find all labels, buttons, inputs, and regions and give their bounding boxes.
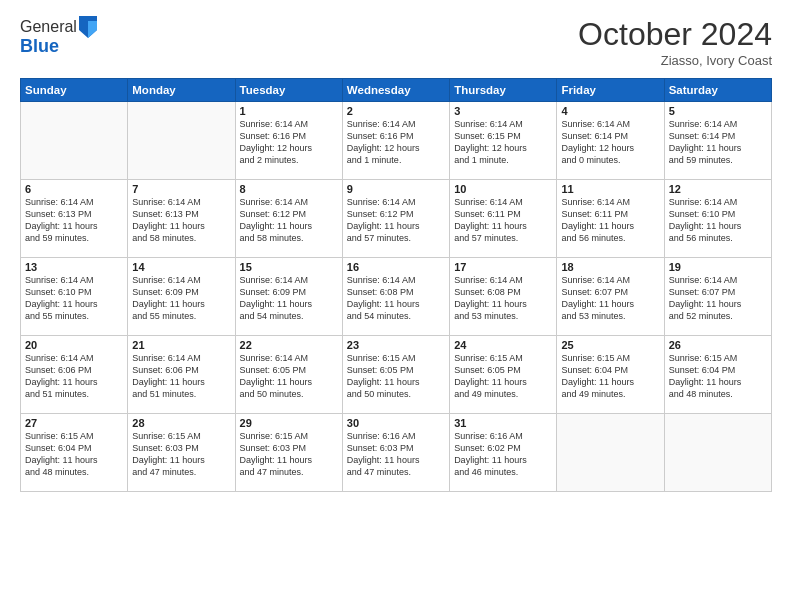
svg-marker-1 xyxy=(88,21,97,38)
day-of-week-header: Saturday xyxy=(664,79,771,102)
calendar-cell: 30Sunrise: 6:16 AM Sunset: 6:03 PM Dayli… xyxy=(342,414,449,492)
day-info: Sunrise: 6:14 AM Sunset: 6:09 PM Dayligh… xyxy=(132,274,230,323)
day-info: Sunrise: 6:14 AM Sunset: 6:11 PM Dayligh… xyxy=(561,196,659,245)
day-of-week-header: Monday xyxy=(128,79,235,102)
day-info: Sunrise: 6:15 AM Sunset: 6:04 PM Dayligh… xyxy=(561,352,659,401)
day-info: Sunrise: 6:14 AM Sunset: 6:14 PM Dayligh… xyxy=(561,118,659,167)
day-number: 17 xyxy=(454,261,552,273)
calendar-week-row: 1Sunrise: 6:14 AM Sunset: 6:16 PM Daylig… xyxy=(21,102,772,180)
day-info: Sunrise: 6:14 AM Sunset: 6:13 PM Dayligh… xyxy=(25,196,123,245)
day-info: Sunrise: 6:15 AM Sunset: 6:05 PM Dayligh… xyxy=(454,352,552,401)
calendar-cell: 11Sunrise: 6:14 AM Sunset: 6:11 PM Dayli… xyxy=(557,180,664,258)
day-number: 18 xyxy=(561,261,659,273)
calendar-cell: 10Sunrise: 6:14 AM Sunset: 6:11 PM Dayli… xyxy=(450,180,557,258)
day-info: Sunrise: 6:14 AM Sunset: 6:16 PM Dayligh… xyxy=(240,118,338,167)
logo-general-text: General xyxy=(20,18,77,36)
day-number: 10 xyxy=(454,183,552,195)
day-info: Sunrise: 6:14 AM Sunset: 6:12 PM Dayligh… xyxy=(347,196,445,245)
day-info: Sunrise: 6:14 AM Sunset: 6:14 PM Dayligh… xyxy=(669,118,767,167)
day-number: 1 xyxy=(240,105,338,117)
title-area: October 2024 Ziasso, Ivory Coast xyxy=(578,16,772,68)
month-title: October 2024 xyxy=(578,16,772,53)
day-of-week-header: Friday xyxy=(557,79,664,102)
day-number: 27 xyxy=(25,417,123,429)
day-info: Sunrise: 6:15 AM Sunset: 6:04 PM Dayligh… xyxy=(669,352,767,401)
calendar-cell: 27Sunrise: 6:15 AM Sunset: 6:04 PM Dayli… xyxy=(21,414,128,492)
day-number: 11 xyxy=(561,183,659,195)
calendar-cell: 8Sunrise: 6:14 AM Sunset: 6:12 PM Daylig… xyxy=(235,180,342,258)
calendar-week-row: 6Sunrise: 6:14 AM Sunset: 6:13 PM Daylig… xyxy=(21,180,772,258)
calendar-cell: 5Sunrise: 6:14 AM Sunset: 6:14 PM Daylig… xyxy=(664,102,771,180)
day-number: 24 xyxy=(454,339,552,351)
calendar-cell: 15Sunrise: 6:14 AM Sunset: 6:09 PM Dayli… xyxy=(235,258,342,336)
calendar-cell: 3Sunrise: 6:14 AM Sunset: 6:15 PM Daylig… xyxy=(450,102,557,180)
day-info: Sunrise: 6:14 AM Sunset: 6:06 PM Dayligh… xyxy=(25,352,123,401)
calendar-cell: 19Sunrise: 6:14 AM Sunset: 6:07 PM Dayli… xyxy=(664,258,771,336)
day-info: Sunrise: 6:15 AM Sunset: 6:03 PM Dayligh… xyxy=(240,430,338,479)
day-number: 8 xyxy=(240,183,338,195)
day-number: 15 xyxy=(240,261,338,273)
day-info: Sunrise: 6:15 AM Sunset: 6:04 PM Dayligh… xyxy=(25,430,123,479)
calendar-cell: 29Sunrise: 6:15 AM Sunset: 6:03 PM Dayli… xyxy=(235,414,342,492)
calendar-cell: 28Sunrise: 6:15 AM Sunset: 6:03 PM Dayli… xyxy=(128,414,235,492)
calendar-cell xyxy=(128,102,235,180)
calendar-cell: 24Sunrise: 6:15 AM Sunset: 6:05 PM Dayli… xyxy=(450,336,557,414)
day-info: Sunrise: 6:14 AM Sunset: 6:10 PM Dayligh… xyxy=(25,274,123,323)
day-number: 28 xyxy=(132,417,230,429)
calendar-cell: 22Sunrise: 6:14 AM Sunset: 6:05 PM Dayli… xyxy=(235,336,342,414)
day-number: 3 xyxy=(454,105,552,117)
day-number: 21 xyxy=(132,339,230,351)
calendar: SundayMondayTuesdayWednesdayThursdayFrid… xyxy=(20,78,772,492)
day-number: 2 xyxy=(347,105,445,117)
calendar-week-row: 27Sunrise: 6:15 AM Sunset: 6:04 PM Dayli… xyxy=(21,414,772,492)
day-number: 25 xyxy=(561,339,659,351)
day-number: 13 xyxy=(25,261,123,273)
calendar-cell: 12Sunrise: 6:14 AM Sunset: 6:10 PM Dayli… xyxy=(664,180,771,258)
day-number: 26 xyxy=(669,339,767,351)
calendar-cell: 4Sunrise: 6:14 AM Sunset: 6:14 PM Daylig… xyxy=(557,102,664,180)
day-number: 29 xyxy=(240,417,338,429)
day-info: Sunrise: 6:14 AM Sunset: 6:09 PM Dayligh… xyxy=(240,274,338,323)
logo: General Blue xyxy=(20,16,97,57)
calendar-cell: 31Sunrise: 6:16 AM Sunset: 6:02 PM Dayli… xyxy=(450,414,557,492)
day-info: Sunrise: 6:14 AM Sunset: 6:10 PM Dayligh… xyxy=(669,196,767,245)
calendar-cell: 17Sunrise: 6:14 AM Sunset: 6:08 PM Dayli… xyxy=(450,258,557,336)
day-info: Sunrise: 6:14 AM Sunset: 6:08 PM Dayligh… xyxy=(454,274,552,323)
calendar-week-row: 13Sunrise: 6:14 AM Sunset: 6:10 PM Dayli… xyxy=(21,258,772,336)
subtitle: Ziasso, Ivory Coast xyxy=(578,53,772,68)
calendar-header-row: SundayMondayTuesdayWednesdayThursdayFrid… xyxy=(21,79,772,102)
day-number: 5 xyxy=(669,105,767,117)
calendar-cell: 2Sunrise: 6:14 AM Sunset: 6:16 PM Daylig… xyxy=(342,102,449,180)
calendar-cell: 23Sunrise: 6:15 AM Sunset: 6:05 PM Dayli… xyxy=(342,336,449,414)
day-info: Sunrise: 6:14 AM Sunset: 6:12 PM Dayligh… xyxy=(240,196,338,245)
day-info: Sunrise: 6:14 AM Sunset: 6:15 PM Dayligh… xyxy=(454,118,552,167)
day-number: 20 xyxy=(25,339,123,351)
calendar-cell: 21Sunrise: 6:14 AM Sunset: 6:06 PM Dayli… xyxy=(128,336,235,414)
day-number: 9 xyxy=(347,183,445,195)
calendar-cell xyxy=(557,414,664,492)
day-info: Sunrise: 6:14 AM Sunset: 6:08 PM Dayligh… xyxy=(347,274,445,323)
day-info: Sunrise: 6:14 AM Sunset: 6:11 PM Dayligh… xyxy=(454,196,552,245)
calendar-cell xyxy=(664,414,771,492)
day-info: Sunrise: 6:14 AM Sunset: 6:05 PM Dayligh… xyxy=(240,352,338,401)
calendar-cell xyxy=(21,102,128,180)
day-number: 31 xyxy=(454,417,552,429)
day-number: 30 xyxy=(347,417,445,429)
day-of-week-header: Tuesday xyxy=(235,79,342,102)
calendar-cell: 14Sunrise: 6:14 AM Sunset: 6:09 PM Dayli… xyxy=(128,258,235,336)
calendar-cell: 1Sunrise: 6:14 AM Sunset: 6:16 PM Daylig… xyxy=(235,102,342,180)
day-info: Sunrise: 6:15 AM Sunset: 6:05 PM Dayligh… xyxy=(347,352,445,401)
logo-blue-text: Blue xyxy=(20,36,97,57)
calendar-cell: 13Sunrise: 6:14 AM Sunset: 6:10 PM Dayli… xyxy=(21,258,128,336)
calendar-week-row: 20Sunrise: 6:14 AM Sunset: 6:06 PM Dayli… xyxy=(21,336,772,414)
day-number: 6 xyxy=(25,183,123,195)
day-number: 4 xyxy=(561,105,659,117)
day-of-week-header: Thursday xyxy=(450,79,557,102)
day-number: 14 xyxy=(132,261,230,273)
day-info: Sunrise: 6:14 AM Sunset: 6:07 PM Dayligh… xyxy=(669,274,767,323)
calendar-cell: 25Sunrise: 6:15 AM Sunset: 6:04 PM Dayli… xyxy=(557,336,664,414)
day-number: 19 xyxy=(669,261,767,273)
day-number: 23 xyxy=(347,339,445,351)
calendar-cell: 9Sunrise: 6:14 AM Sunset: 6:12 PM Daylig… xyxy=(342,180,449,258)
day-info: Sunrise: 6:14 AM Sunset: 6:13 PM Dayligh… xyxy=(132,196,230,245)
